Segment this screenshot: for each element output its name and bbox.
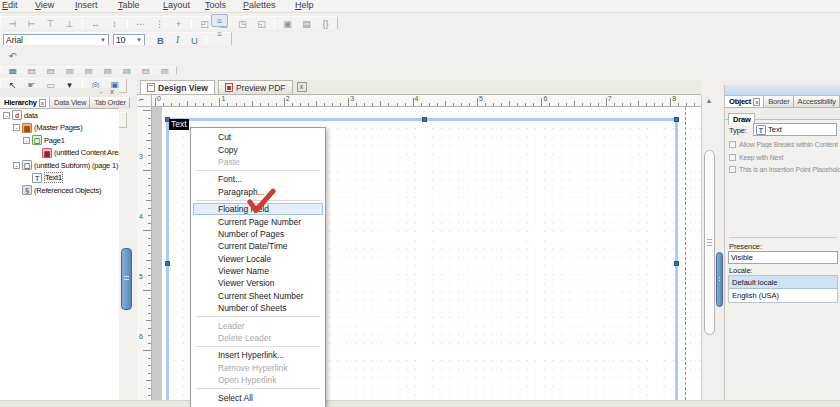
font-toolbar-row: Arial ▼ 10 ▼ B I U ≡≡≡≡ xyxy=(0,29,840,45)
preview-pdf-icon xyxy=(225,83,233,92)
context-menu-item-select-all[interactable]: Select All xyxy=(193,391,323,403)
menu-item-palettes[interactable]: Palettes xyxy=(243,0,276,10)
menu-item-tools[interactable]: Tools xyxy=(205,0,226,10)
tab-border[interactable]: Border xyxy=(764,96,793,107)
checkbox-this-is-an-insertion-point-placeholder[interactable]: This is an Insertion Point Placeholder xyxy=(729,166,840,173)
ruler-mark-2: 2 xyxy=(286,95,290,102)
ruler-mark-5: 5 xyxy=(139,273,143,280)
checkbox-keep-with-next[interactable]: Keep with Next xyxy=(729,154,840,161)
object-palette-tab-bar: ObjectxBorderAccessibility xyxy=(725,96,840,108)
close-tab-icon[interactable]: x xyxy=(753,98,760,106)
checkbox-icon[interactable] xyxy=(729,166,736,173)
tree-item-label: (Master Pages) xyxy=(34,123,82,132)
paragraph-align-center-icon[interactable]: ≡ xyxy=(211,27,228,40)
type-value: Text xyxy=(768,125,782,134)
tab-hierarchy[interactable]: Hierarchyx xyxy=(0,97,50,108)
context-menu: CutCopyPasteFont...Paragraph...Floating … xyxy=(190,127,326,407)
tree-item-untitled-content-area[interactable]: ▦(untitled Content Area) xyxy=(0,147,119,160)
collapse-icon[interactable]: - xyxy=(23,137,30,144)
tab-accessibility[interactable]: Accessibility xyxy=(794,96,840,107)
context-menu-item-paste: Paste xyxy=(193,156,323,168)
minimize-icon[interactable]: - xyxy=(97,87,105,96)
tab-object[interactable]: Objectx xyxy=(725,96,764,107)
context-menu-item-current-page-number[interactable]: Current Page Number xyxy=(193,215,323,227)
context-menu-item-delete-leader: Delete Leader xyxy=(193,332,323,344)
tab-tab-order[interactable]: Tab Order xyxy=(90,97,130,108)
context-menu-item-number-of-pages[interactable]: Number of Pages xyxy=(193,228,323,240)
close-icon[interactable]: x xyxy=(108,87,116,96)
draw-subtab-bar: Draw xyxy=(725,108,840,120)
menu-item-view[interactable]: View xyxy=(35,0,54,10)
tree-item-text1[interactable]: TText1 xyxy=(0,172,119,185)
ruler-mark-3: 3 xyxy=(350,95,354,102)
tree-item-master-pages[interactable]: -▤(Master Pages) xyxy=(0,122,119,135)
text-object[interactable]: Text xyxy=(169,119,189,130)
menu-bar: EditViewInsertTableLayoutToolsPalettesHe… xyxy=(0,0,840,13)
locale-label: Locale: xyxy=(729,266,753,275)
locale-option-default-locale[interactable]: Default locale xyxy=(729,276,837,289)
page-icon: ▢ xyxy=(32,135,42,145)
type-label: Type: xyxy=(729,126,747,135)
close-tab-icon[interactable]: x xyxy=(39,99,46,107)
scroll-up-icon[interactable]: ▲ xyxy=(702,97,716,104)
scrollbar-thumb[interactable] xyxy=(704,150,715,335)
menu-item-edit[interactable]: Edit xyxy=(2,0,18,10)
tree-item-data[interactable]: -ddata xyxy=(0,109,119,122)
context-menu-item-viewer-locale[interactable]: Viewer Locale xyxy=(193,253,323,265)
context-menu-item-current-date-time[interactable]: Current Date/Time xyxy=(193,240,323,252)
red-checkmark-annotation xyxy=(245,185,278,218)
type-combo[interactable]: T Text xyxy=(753,123,837,136)
context-menu-item-insert-hyperlink[interactable]: Insert Hyperlink... xyxy=(193,349,323,361)
tab-preview-pdf[interactable]: Preview PDF xyxy=(218,80,293,94)
vertical-scrollbar[interactable]: ▲ xyxy=(701,95,715,400)
tree-item-label: Page1 xyxy=(44,136,65,145)
checkbox-allow-page-breaks-within-content[interactable]: Allow Page Breaks within Content xyxy=(729,141,840,148)
menu-item-layout[interactable]: Layout xyxy=(163,0,190,10)
menu-item-help[interactable]: Help xyxy=(295,0,314,10)
tab-design-view[interactable]: Design View xyxy=(140,80,215,94)
presence-value: Visible xyxy=(731,253,753,262)
chevron-down-icon: ▼ xyxy=(133,37,142,43)
locale-option-english-usa[interactable]: English (USA) xyxy=(729,289,837,302)
context-menu-item-viewer-name[interactable]: Viewer Name xyxy=(193,265,323,277)
left-splitter-handle[interactable] xyxy=(121,248,132,310)
tree-item-referenced-objects[interactable]: §(Referenced Objects) xyxy=(0,184,119,197)
ruler-mark-6: 6 xyxy=(543,95,547,102)
checkbox-icon[interactable] xyxy=(729,141,736,148)
tree-item-page1[interactable]: -▢Page1 xyxy=(0,134,119,147)
context-menu-item-current-sheet-number[interactable]: Current Sheet Number xyxy=(193,290,323,302)
selection-handle[interactable] xyxy=(422,117,427,122)
layout-toolbar-row: ⊣⊢⊤⊥↔↕⋯⋮+◰◲◳◱▣▤{} xyxy=(0,13,840,29)
context-menu-item-viewer-version[interactable]: Viewer Version xyxy=(193,277,323,289)
context-menu-item-copy[interactable]: Copy xyxy=(193,143,323,155)
context-menu-item-number-of-sheets[interactable]: Number of Sheets xyxy=(193,302,323,314)
tab-data-view[interactable]: Data View xyxy=(50,97,90,108)
bottom-scroll-strip[interactable] xyxy=(0,400,840,407)
font-size-value: 10 xyxy=(116,35,125,45)
selection-handle[interactable] xyxy=(165,261,170,266)
checkbox-label: Allow Page Breaks within Content xyxy=(739,141,838,148)
checkbox-icon[interactable] xyxy=(729,154,736,161)
chevron-down-icon: ▼ xyxy=(97,37,106,43)
hierarchy-tree: -ddata-▤(Master Pages)-▢Page1▦(untitled … xyxy=(0,109,119,400)
right-splitter-handle[interactable] xyxy=(716,252,723,307)
paragraph-align-left-icon[interactable]: ≡ xyxy=(211,14,228,27)
context-menu-item-font[interactable]: Font... xyxy=(193,173,323,185)
selection-handle[interactable] xyxy=(674,261,679,266)
collapse-icon[interactable]: - xyxy=(3,112,10,119)
collapse-icon[interactable]: - xyxy=(13,162,20,169)
collapse-icon[interactable]: - xyxy=(13,124,20,131)
menu-item-insert[interactable]: Insert xyxy=(75,0,98,10)
tab-draw[interactable]: Draw xyxy=(728,113,755,125)
tree-item-untitled-subform-page-1[interactable]: -▢(untitled Subform) (page 1) xyxy=(0,159,119,172)
selection-handle[interactable] xyxy=(674,117,679,122)
referenced-objects-icon: § xyxy=(22,185,32,195)
object-palette: ObjectxBorderAccessibility Draw Type: T … xyxy=(724,85,840,400)
table-toolbar-row: ▦▤▤▥▥▧▨▤▥ xyxy=(0,61,840,74)
menu-item-table[interactable]: Table xyxy=(118,0,140,10)
close-document-icon[interactable]: x xyxy=(297,82,307,92)
tree-item-label: data xyxy=(24,111,38,120)
presence-combo[interactable]: Visible xyxy=(728,251,838,264)
context-menu-item-cut[interactable]: Cut xyxy=(193,131,323,143)
tree-item-label: (untitled Subform) (page 1) xyxy=(34,161,118,170)
